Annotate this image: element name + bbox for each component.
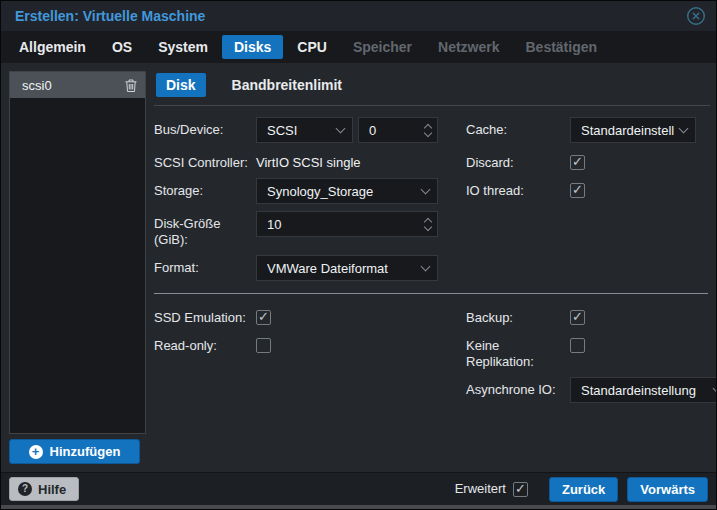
trash-icon[interactable] [125,79,137,92]
discard-label: Discard: [466,150,570,171]
read-only-label: Read-only: [154,333,256,354]
help-button[interactable]: ? Hilfe [9,477,79,501]
disk-panel: Disk Bandbreitenlimit Bus/Device: SCSI 0 [154,71,710,464]
disk-subtabbar: Disk Bandbreitenlimit [154,71,710,106]
tab-bestaetigen: Bestätigen [513,35,609,59]
create-vm-dialog: Erstellen: Virtuelle Maschine Allgemein … [0,0,717,510]
io-thread-label: IO thread: [466,178,570,199]
cache-label: Cache: [466,117,570,138]
storage-label: Storage: [154,178,256,199]
spinner-icons[interactable] [425,125,431,136]
disk-size-spinner[interactable]: 10 [256,211,438,237]
tab-allgemein[interactable]: Allgemein [7,35,98,59]
chevron-down-icon [421,185,431,195]
tab-disks[interactable]: Disks [222,35,283,59]
close-button[interactable] [686,6,706,26]
advanced-toggle: Erweitert [455,481,528,497]
async-io-label: Asynchrone IO: [466,377,570,398]
advanced-label: Erweitert [455,481,506,497]
ssd-emulation-label: SSD Emulation: [154,305,256,326]
subtab-disk[interactable]: Disk [156,73,206,97]
tab-os[interactable]: OS [100,35,144,59]
advanced-checkbox[interactable] [513,482,528,497]
io-thread-checkbox[interactable] [570,183,585,198]
bus-device-label: Bus/Device: [154,117,256,138]
advanced-section-divider [154,293,708,294]
tab-system[interactable]: System [146,35,220,59]
window-bottom-edge [1,505,716,509]
backup-checkbox[interactable] [570,310,585,325]
dialog-content: scsi0 + Hinzufügen Disk Bandbreitenlimit [1,63,716,472]
discard-checkbox[interactable] [570,155,585,170]
chevron-down-icon [336,124,346,134]
read-only-checkbox[interactable] [256,338,271,353]
wizard-tabbar: Allgemein OS System Disks CPU Speicher N… [1,31,716,63]
tab-speicher: Speicher [341,35,424,59]
disk-item-label: scsi0 [22,78,125,93]
advanced-form: SSD Emulation: Backup: Read-only: Keine … [154,305,710,403]
dialog-footer: ? Hilfe Erweitert Zurück Vorwärts [1,472,716,505]
next-button[interactable]: Vorwärts [627,477,708,502]
scsi-controller-value: VirtIO SCSI single [256,150,438,171]
format-label: Format: [154,255,256,276]
no-replication-label: Keine Replikation: [466,333,570,370]
add-disk-button[interactable]: + Hinzufügen [9,439,140,464]
chevron-down-icon [421,262,431,272]
disk-size-label: Disk-Größe (GiB): [154,211,256,248]
tab-netzwerk: Netzwerk [426,35,511,59]
disk-form: Bus/Device: SCSI 0 Cache: Standardeinste… [154,117,710,281]
bus-index-spinner[interactable]: 0 [358,117,438,143]
plus-circle-icon: + [29,445,43,459]
scsi-controller-label: SCSI Controller: [154,150,256,171]
chevron-down-icon [713,384,717,394]
close-icon [686,6,706,26]
bus-type-select[interactable]: SCSI [256,117,353,143]
backup-label: Backup: [466,305,570,326]
disk-list-item-scsi0[interactable]: scsi0 [10,72,145,98]
ssd-emulation-checkbox[interactable] [256,310,271,325]
no-replication-checkbox[interactable] [570,338,585,353]
bus-device-fields: SCSI 0 [256,117,438,143]
disk-list: scsi0 [9,71,146,434]
back-button[interactable]: Zurück [549,477,618,502]
dialog-titlebar: Erstellen: Virtuelle Maschine [1,1,716,31]
add-disk-label: Hinzufügen [50,444,121,459]
tab-cpu[interactable]: CPU [285,35,339,59]
storage-select[interactable]: Synology_Storage [256,178,438,204]
help-label: Hilfe [38,482,66,497]
disk-sidebar: scsi0 + Hinzufügen [9,71,146,464]
spinner-icons[interactable] [425,219,431,230]
cache-select[interactable]: Standardeinstellung [570,117,696,143]
dialog-title: Erstellen: Virtuelle Maschine [15,8,686,24]
chevron-down-icon [679,124,689,134]
format-select[interactable]: VMWare Dateiformat [256,255,438,281]
subtab-bandbreitenlimit[interactable]: Bandbreitenlimit [222,73,352,97]
question-circle-icon: ? [18,482,32,496]
async-io-select[interactable]: Standardeinstellung [570,377,717,403]
